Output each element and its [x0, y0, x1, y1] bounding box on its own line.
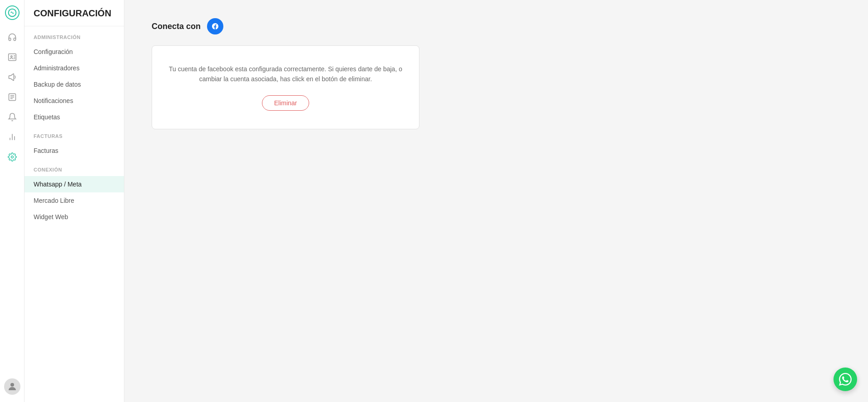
sidebar-item-configuracion[interactable]: Configuración [25, 44, 124, 60]
sidebar-icon-contacts[interactable] [4, 49, 20, 65]
sidebar-item-etiquetas[interactable]: Etiquetas [25, 109, 124, 125]
sidebar-icon-headset[interactable] [4, 29, 20, 45]
section-label-conexion: CONEXIÓN [25, 159, 124, 176]
app-logo[interactable] [4, 5, 20, 21]
logo-circle [5, 5, 20, 20]
sidebar-item-widget-web[interactable]: Widget Web [25, 209, 124, 225]
section-label-administracion: ADMINISTRACIÓN [25, 26, 124, 44]
info-card: Tu cuenta de facebook esta configurada c… [152, 45, 419, 129]
sidebar-icon-bell[interactable] [4, 109, 20, 125]
sidebar-icon-megaphone[interactable] [4, 69, 20, 85]
content-area: Conecta con Tu cuenta de facebook esta c… [124, 0, 868, 402]
svg-point-14 [207, 18, 223, 34]
sidebar-item-administradores[interactable]: Administradores [25, 60, 124, 76]
section-label-facturas: FACTURAS [25, 125, 124, 142]
whatsapp-fab-icon [839, 373, 852, 386]
sidebar-item-whatsapp-meta[interactable]: Whatsapp / Meta [25, 176, 124, 192]
sidebar-item-notificaciones[interactable]: Notificaciones [25, 93, 124, 109]
page-title: CONFIGURACIÓN [25, 0, 124, 26]
sidebar-item-mercado-libre[interactable]: Mercado Libre [25, 192, 124, 209]
sidebar-icon-chart[interactable] [4, 129, 20, 145]
connect-label: Conecta con [152, 22, 201, 31]
sidebar-item-backup[interactable]: Backup de datos [25, 76, 124, 93]
sidebar-item-facturas[interactable]: Facturas [25, 142, 124, 159]
whatsapp-fab[interactable] [833, 368, 857, 391]
user-avatar[interactable] [4, 378, 20, 395]
main-sidebar: CONFIGURACIÓN ADMINISTRACIÓN Configuraci… [25, 0, 124, 402]
sidebar-icon-list[interactable] [4, 89, 20, 105]
connect-header: Conecta con [152, 18, 841, 34]
icon-sidebar [0, 0, 25, 402]
svg-point-13 [10, 383, 14, 387]
facebook-icon [207, 18, 223, 34]
eliminar-button[interactable]: Eliminar [262, 95, 310, 111]
svg-point-12 [11, 156, 13, 158]
sidebar-icon-gear[interactable] [4, 149, 20, 165]
info-card-text: Tu cuenta de facebook esta configurada c… [166, 64, 405, 84]
